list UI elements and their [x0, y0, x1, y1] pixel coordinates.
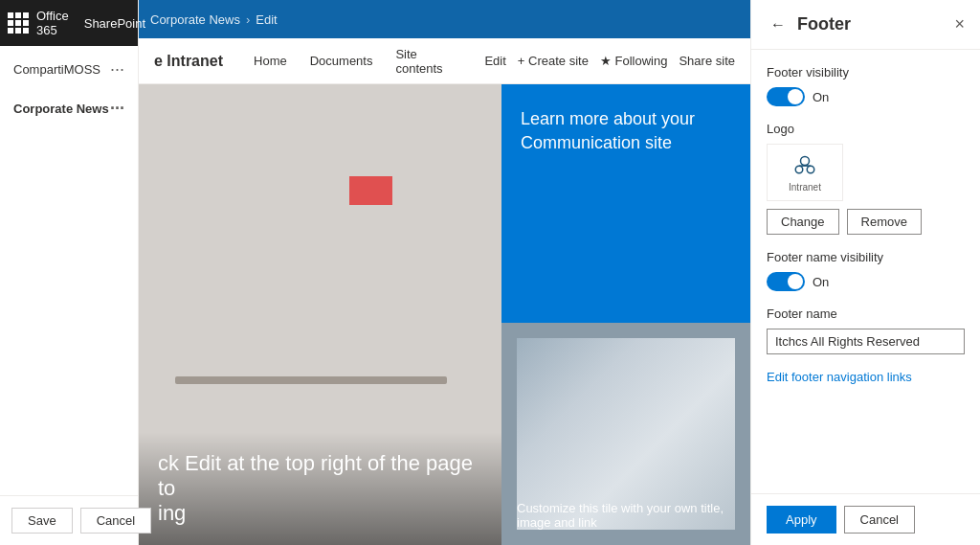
- footer-name-section: Footer name: [767, 307, 965, 354]
- nav-edit[interactable]: Edit: [473, 38, 517, 84]
- sidebar-item-label: Corporate News: [13, 102, 109, 116]
- following-button[interactable]: ★ Following: [600, 54, 668, 68]
- hero-area: ck Edit at the top right of the page to …: [139, 84, 750, 545]
- panel-title: Footer: [797, 14, 851, 34]
- site-title: e Intranet: [154, 53, 223, 70]
- panel-header: ← Footer ×: [751, 0, 980, 50]
- breadcrumb-separator: ›: [246, 12, 250, 27]
- footer-name-visibility-label: Footer name visibility: [767, 250, 965, 264]
- nav-links: Home Documents Site contents Edit: [242, 38, 518, 84]
- cancel-button[interactable]: Cancel: [80, 508, 151, 534]
- logo-section: Logo Intranet Change Remove: [767, 122, 965, 235]
- image-grid: ck Edit at the top right of the page to …: [139, 84, 750, 545]
- footer-visibility-section: Footer visibility On: [767, 65, 965, 106]
- logo-label: Logo: [767, 122, 965, 136]
- sidebar-item-compartiMOSS[interactable]: CompartiMOSS ···: [0, 50, 138, 89]
- panel-close-button[interactable]: ×: [954, 14, 965, 34]
- logo-box: Intranet: [767, 144, 843, 201]
- panel-back-button[interactable]: ←: [767, 12, 790, 37]
- breadcrumb-edit[interactable]: Edit: [256, 12, 277, 27]
- gray-tile[interactable]: Customize this tile with your own title,…: [501, 323, 750, 546]
- waffle-icon[interactable]: [8, 10, 29, 36]
- toggle-thumb-2: [788, 274, 803, 289]
- footer-visibility-toggle[interactable]: [767, 87, 805, 106]
- main-content: Corporate News › Edit e Intranet Home Do…: [139, 0, 750, 545]
- gray-tile-text: Customize this tile with your own title,…: [517, 501, 735, 530]
- sidebar-item-menu-icon[interactable]: ···: [110, 99, 124, 119]
- nav-actions: + Create site ★ Following Share site: [518, 54, 735, 68]
- svg-point-1: [795, 166, 803, 173]
- breadcrumb-site-link[interactable]: Corporate News: [150, 12, 240, 27]
- logo-svg: [788, 152, 822, 178]
- footer-nav-link[interactable]: Edit footer navigation links: [767, 370, 965, 384]
- toggle-thumb: [788, 89, 803, 104]
- office-label: Office 365: [36, 9, 69, 37]
- back-icon: ←: [770, 16, 786, 34]
- hero-text-line1: ck Edit at the top right of the page to: [158, 451, 482, 501]
- right-tiles: Learn more about your Communication site…: [501, 84, 750, 545]
- apply-button[interactable]: Apply: [767, 506, 836, 534]
- svg-point-0: [801, 157, 810, 166]
- panel-cancel-button[interactable]: Cancel: [844, 506, 915, 534]
- share-site-button[interactable]: Share site: [679, 54, 735, 68]
- right-panel: ← Footer × Footer visibility On Logo: [750, 0, 980, 545]
- panel-footer: Apply Cancel: [751, 493, 980, 545]
- close-icon: ×: [954, 14, 965, 34]
- left-image: ck Edit at the top right of the page to …: [139, 84, 501, 545]
- breadcrumb-bar: Corporate News › Edit: [139, 0, 750, 38]
- footer-visibility-toggle-row: On: [767, 87, 965, 106]
- sidebar-actions: Save Cancel: [0, 495, 138, 545]
- sidebar: Office 365 SharePoint CompartiMOSS ··· C…: [0, 0, 139, 545]
- nav-bar: e Intranet Home Documents Site contents …: [139, 38, 750, 84]
- footer-visibility-label: Footer visibility: [767, 65, 965, 79]
- nav-site-contents[interactable]: Site contents: [384, 38, 473, 84]
- nav-documents[interactable]: Documents: [299, 38, 385, 84]
- sidebar-item-menu-icon[interactable]: ···: [110, 59, 124, 79]
- save-button[interactable]: Save: [11, 508, 73, 534]
- sidebar-item-label: CompartiMOSS: [13, 62, 100, 77]
- red-artwork: [349, 176, 392, 205]
- remove-logo-button[interactable]: Remove: [847, 209, 922, 235]
- sidebar-items: CompartiMOSS ··· Corporate News ···: [0, 46, 138, 495]
- change-logo-button[interactable]: Change: [767, 209, 839, 235]
- create-site-button[interactable]: + Create site: [518, 54, 589, 68]
- footer-visibility-on-label: On: [813, 90, 829, 104]
- blue-tile-title: Learn more about your Communication site: [521, 107, 731, 155]
- footer-name-input[interactable]: [767, 329, 965, 354]
- svg-point-2: [807, 166, 814, 173]
- sidebar-item-corporateNews[interactable]: Corporate News ···: [0, 89, 138, 128]
- nav-home[interactable]: Home: [242, 38, 299, 84]
- panel-body: Footer visibility On Logo In: [751, 50, 980, 493]
- footer-name-label: Footer name: [767, 307, 965, 321]
- logo-caption: Intranet: [789, 182, 821, 193]
- hero-text-line2: ing: [158, 501, 482, 526]
- app-header: Office 365 SharePoint: [0, 0, 138, 46]
- blue-tile[interactable]: Learn more about your Communication site: [501, 84, 750, 323]
- footer-name-visibility-section: Footer name visibility On: [767, 250, 965, 291]
- meeting-overlay: ck Edit at the top right of the page to …: [139, 432, 501, 545]
- footer-name-visibility-on-label: On: [813, 275, 829, 289]
- table-simulation: [175, 376, 447, 384]
- footer-name-visibility-toggle-row: On: [767, 272, 965, 291]
- footer-name-visibility-toggle[interactable]: [767, 272, 805, 291]
- logo-buttons: Change Remove: [767, 209, 965, 235]
- sharepoint-label: SharePoint: [84, 16, 145, 31]
